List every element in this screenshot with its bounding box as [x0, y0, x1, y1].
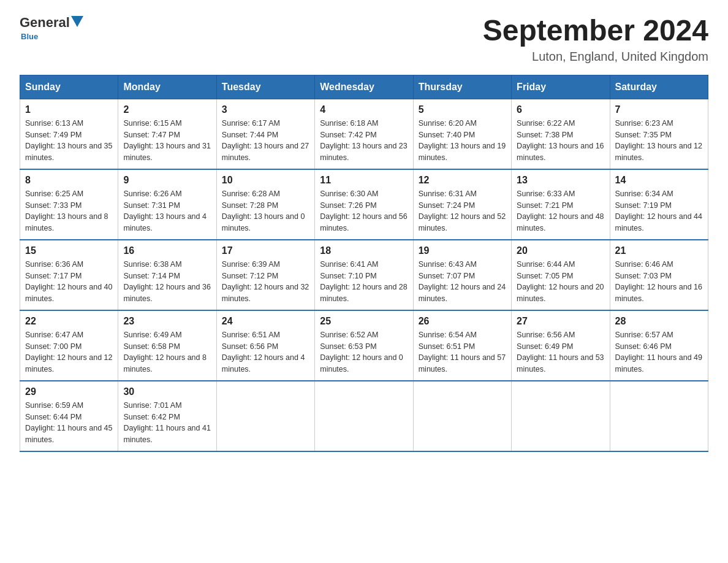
day-info: Sunrise: 6:17 AMSunset: 7:44 PMDaylight:… — [222, 118, 309, 164]
day-number: 22 — [25, 316, 113, 327]
calendar-cell: 30Sunrise: 7:01 AMSunset: 6:42 PMDayligh… — [118, 381, 216, 451]
calendar-header-sunday: Sunday — [20, 75, 118, 99]
calendar-week-row: 15Sunrise: 6:36 AMSunset: 7:17 PMDayligh… — [20, 240, 708, 310]
day-number: 17 — [222, 245, 309, 256]
calendar-cell — [216, 381, 314, 451]
day-info: Sunrise: 6:57 AMSunset: 6:46 PMDaylight:… — [615, 329, 703, 375]
day-number: 18 — [320, 245, 408, 256]
calendar-cell: 5Sunrise: 6:20 AMSunset: 7:40 PMDaylight… — [413, 99, 511, 169]
page-title: September 2024 — [483, 15, 708, 47]
logo-general-text: General — [20, 15, 70, 31]
calendar-cell: 22Sunrise: 6:47 AMSunset: 7:00 PMDayligh… — [20, 310, 118, 381]
day-number: 25 — [320, 316, 408, 327]
day-info: Sunrise: 6:39 AMSunset: 7:12 PMDaylight:… — [222, 259, 309, 305]
calendar-cell: 3Sunrise: 6:17 AMSunset: 7:44 PMDaylight… — [216, 99, 314, 169]
calendar-cell: 6Sunrise: 6:22 AMSunset: 7:38 PMDaylight… — [512, 99, 610, 169]
calendar-cell: 12Sunrise: 6:31 AMSunset: 7:24 PMDayligh… — [413, 169, 511, 240]
day-info: Sunrise: 6:23 AMSunset: 7:35 PMDaylight:… — [615, 118, 703, 164]
calendar-cell: 19Sunrise: 6:43 AMSunset: 7:07 PMDayligh… — [413, 240, 511, 310]
day-info: Sunrise: 6:36 AMSunset: 7:17 PMDaylight:… — [25, 259, 113, 305]
day-info: Sunrise: 6:51 AMSunset: 6:56 PMDaylight:… — [222, 329, 309, 375]
calendar-cell: 9Sunrise: 6:26 AMSunset: 7:31 PMDaylight… — [118, 169, 216, 240]
calendar-cell — [512, 381, 610, 451]
day-number: 14 — [615, 175, 703, 186]
day-info: Sunrise: 6:18 AMSunset: 7:42 PMDaylight:… — [320, 118, 408, 164]
day-number: 1 — [25, 104, 113, 115]
title-block: September 2024 Luton, England, United Ki… — [483, 15, 708, 64]
calendar-header-thursday: Thursday — [413, 75, 511, 99]
day-number: 26 — [419, 316, 506, 327]
day-number: 30 — [123, 386, 211, 397]
day-info: Sunrise: 7:01 AMSunset: 6:42 PMDaylight:… — [123, 400, 211, 446]
calendar-week-row: 29Sunrise: 6:59 AMSunset: 6:44 PMDayligh… — [20, 381, 708, 451]
day-number: 13 — [517, 175, 604, 186]
calendar-cell: 25Sunrise: 6:52 AMSunset: 6:53 PMDayligh… — [315, 310, 413, 381]
day-info: Sunrise: 6:13 AMSunset: 7:49 PMDaylight:… — [25, 118, 113, 164]
day-info: Sunrise: 6:52 AMSunset: 6:53 PMDaylight:… — [320, 329, 408, 375]
calendar-cell: 1Sunrise: 6:13 AMSunset: 7:49 PMDaylight… — [20, 99, 118, 169]
day-info: Sunrise: 6:49 AMSunset: 6:58 PMDaylight:… — [123, 329, 211, 375]
day-number: 27 — [517, 316, 604, 327]
calendar-week-row: 1Sunrise: 6:13 AMSunset: 7:49 PMDaylight… — [20, 99, 708, 169]
day-info: Sunrise: 6:28 AMSunset: 7:28 PMDaylight:… — [222, 188, 309, 234]
day-number: 5 — [419, 104, 506, 115]
calendar-cell: 15Sunrise: 6:36 AMSunset: 7:17 PMDayligh… — [20, 240, 118, 310]
day-number: 20 — [517, 245, 604, 256]
calendar-cell: 14Sunrise: 6:34 AMSunset: 7:19 PMDayligh… — [610, 169, 708, 240]
calendar-cell: 11Sunrise: 6:30 AMSunset: 7:26 PMDayligh… — [315, 169, 413, 240]
day-number: 7 — [615, 104, 703, 115]
calendar-cell: 8Sunrise: 6:25 AMSunset: 7:33 PMDaylight… — [20, 169, 118, 240]
calendar-cell: 26Sunrise: 6:54 AMSunset: 6:51 PMDayligh… — [413, 310, 511, 381]
calendar-cell: 7Sunrise: 6:23 AMSunset: 7:35 PMDaylight… — [610, 99, 708, 169]
calendar-cell: 28Sunrise: 6:57 AMSunset: 6:46 PMDayligh… — [610, 310, 708, 381]
day-info: Sunrise: 6:26 AMSunset: 7:31 PMDaylight:… — [123, 188, 211, 234]
day-number: 24 — [222, 316, 309, 327]
calendar-header-wednesday: Wednesday — [315, 75, 413, 99]
calendar-week-row: 22Sunrise: 6:47 AMSunset: 7:00 PMDayligh… — [20, 310, 708, 381]
day-info: Sunrise: 6:20 AMSunset: 7:40 PMDaylight:… — [419, 118, 506, 164]
calendar-header-monday: Monday — [118, 75, 216, 99]
day-number: 21 — [615, 245, 703, 256]
calendar-header-row: SundayMondayTuesdayWednesdayThursdayFrid… — [20, 75, 708, 99]
day-info: Sunrise: 6:33 AMSunset: 7:21 PMDaylight:… — [517, 188, 604, 234]
day-info: Sunrise: 6:41 AMSunset: 7:10 PMDaylight:… — [320, 259, 408, 305]
day-number: 2 — [123, 104, 211, 115]
logo-tagline: Blue — [21, 32, 38, 41]
calendar-cell: 13Sunrise: 6:33 AMSunset: 7:21 PMDayligh… — [512, 169, 610, 240]
calendar-cell: 4Sunrise: 6:18 AMSunset: 7:42 PMDaylight… — [315, 99, 413, 169]
day-number: 28 — [615, 316, 703, 327]
day-number: 23 — [123, 316, 211, 327]
day-info: Sunrise: 6:54 AMSunset: 6:51 PMDaylight:… — [419, 329, 506, 375]
calendar-cell — [413, 381, 511, 451]
calendar-cell: 2Sunrise: 6:15 AMSunset: 7:47 PMDaylight… — [118, 99, 216, 169]
day-info: Sunrise: 6:47 AMSunset: 7:00 PMDaylight:… — [25, 329, 113, 375]
calendar-cell: 29Sunrise: 6:59 AMSunset: 6:44 PMDayligh… — [20, 381, 118, 451]
calendar-cell: 23Sunrise: 6:49 AMSunset: 6:58 PMDayligh… — [118, 310, 216, 381]
calendar-header-friday: Friday — [512, 75, 610, 99]
day-info: Sunrise: 6:22 AMSunset: 7:38 PMDaylight:… — [517, 118, 604, 164]
day-info: Sunrise: 6:43 AMSunset: 7:07 PMDaylight:… — [419, 259, 506, 305]
calendar-cell: 21Sunrise: 6:46 AMSunset: 7:03 PMDayligh… — [610, 240, 708, 310]
day-number: 19 — [419, 245, 506, 256]
calendar-cell: 10Sunrise: 6:28 AMSunset: 7:28 PMDayligh… — [216, 169, 314, 240]
day-number: 29 — [25, 386, 113, 397]
day-number: 15 — [25, 245, 113, 256]
day-info: Sunrise: 6:44 AMSunset: 7:05 PMDaylight:… — [517, 259, 604, 305]
day-info: Sunrise: 6:30 AMSunset: 7:26 PMDaylight:… — [320, 188, 408, 234]
calendar-cell: 24Sunrise: 6:51 AMSunset: 6:56 PMDayligh… — [216, 310, 314, 381]
day-info: Sunrise: 6:59 AMSunset: 6:44 PMDaylight:… — [25, 400, 113, 446]
page-subtitle: Luton, England, United Kingdom — [483, 50, 708, 64]
day-number: 9 — [123, 175, 211, 186]
day-info: Sunrise: 6:15 AMSunset: 7:47 PMDaylight:… — [123, 118, 211, 164]
day-number: 8 — [25, 175, 113, 186]
calendar-cell: 27Sunrise: 6:56 AMSunset: 6:49 PMDayligh… — [512, 310, 610, 381]
day-info: Sunrise: 6:25 AMSunset: 7:33 PMDaylight:… — [25, 188, 113, 234]
day-info: Sunrise: 6:34 AMSunset: 7:19 PMDaylight:… — [615, 188, 703, 234]
day-number: 12 — [419, 175, 506, 186]
day-number: 6 — [517, 104, 604, 115]
calendar-table: SundayMondayTuesdayWednesdayThursdayFrid… — [20, 75, 708, 452]
day-info: Sunrise: 6:56 AMSunset: 6:49 PMDaylight:… — [517, 329, 604, 375]
day-info: Sunrise: 6:38 AMSunset: 7:14 PMDaylight:… — [123, 259, 211, 305]
calendar-cell: 16Sunrise: 6:38 AMSunset: 7:14 PMDayligh… — [118, 240, 216, 310]
day-number: 10 — [222, 175, 309, 186]
